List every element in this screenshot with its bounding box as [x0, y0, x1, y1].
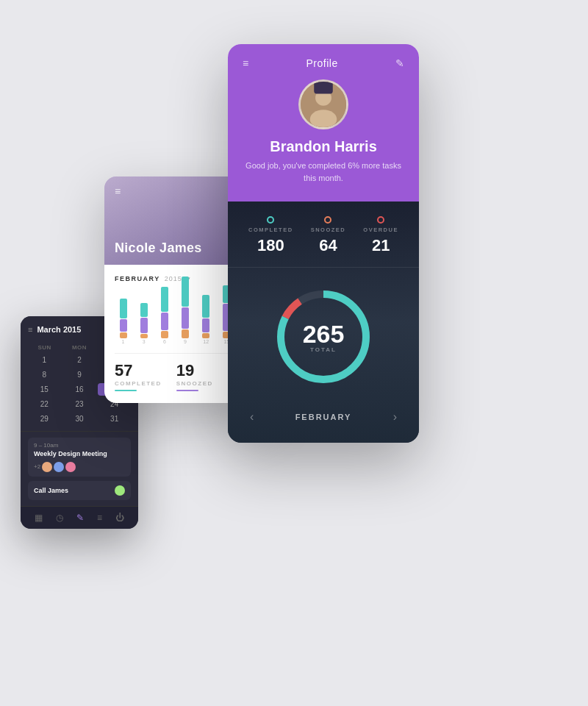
cal-day-31[interactable]: 31: [98, 413, 131, 425]
prev-month-button[interactable]: ‹: [250, 410, 254, 424]
pstat-snoozed: SNOOZED 64: [311, 216, 346, 255]
chart-hero-menu-icon[interactable]: ≡: [115, 185, 121, 197]
pstat-value: 21: [363, 236, 398, 255]
stat-value: 19: [176, 363, 213, 379]
profile-header-nav: ≡ Profile ✎: [243, 57, 404, 69]
pstat-overdue: OVERDUE 21: [363, 216, 398, 255]
bar-group-9: 9: [176, 277, 193, 344]
bottombar-grid-icon[interactable]: ▦: [35, 513, 43, 523]
profile-avatar: [298, 79, 348, 129]
cal-day-16[interactable]: 16: [63, 383, 96, 396]
avatar-3: [65, 462, 76, 472]
stat-bar: [176, 390, 198, 391]
bar-group-12: 12: [198, 295, 215, 344]
pstat-completed: COMPLETED 180: [248, 216, 293, 255]
pstat-value: 64: [311, 236, 346, 255]
dow-sun: SUN: [28, 344, 61, 351]
pstat-label: COMPLETED: [248, 227, 293, 233]
pstat-dot: [324, 216, 331, 224]
cal-day-22[interactable]: 22: [28, 398, 61, 410]
cal-day-9[interactable]: 9: [63, 368, 96, 381]
chart-hero-name: Nicole James: [115, 240, 202, 256]
cal-day-2[interactable]: 2: [63, 354, 96, 366]
avatar-2: [54, 462, 64, 472]
cal-day-1[interactable]: 1: [28, 354, 61, 366]
stat-label: COMPLETED: [115, 380, 162, 387]
cal-day-30[interactable]: 30: [63, 413, 96, 425]
bar-group-3: 3: [135, 303, 152, 344]
event-2-title: Call James: [34, 487, 68, 494]
avatar-1: [42, 462, 52, 472]
calendar-menu-icon[interactable]: ≡: [28, 325, 32, 334]
pstat-label: OVERDUE: [363, 227, 398, 233]
next-month-button[interactable]: ›: [393, 410, 397, 424]
profile-subtitle: Good job, you've completed 6% more tasks…: [243, 160, 404, 184]
dow-mon: MON: [62, 344, 96, 351]
current-month-label: FEBRUARY: [295, 413, 352, 421]
ring-total-label: TOTAL: [310, 346, 337, 353]
bottombar-list-icon[interactable]: ≡: [97, 513, 102, 523]
profile-menu-icon[interactable]: ≡: [243, 57, 248, 69]
event-1-avatars: +2: [34, 462, 125, 472]
stat-bar: [115, 390, 137, 391]
profile-header: ≡ Profile ✎ Brandon Harris Good job, you…: [228, 44, 419, 202]
profile-card: ≡ Profile ✎ Brandon Harris Good job, you…: [228, 44, 419, 443]
event-1-title: Weekly Design Meeting: [34, 450, 125, 459]
event-item-1[interactable]: 9 – 10am Weekly Design Meeting +2: [28, 438, 131, 477]
cal-day-15[interactable]: 15: [28, 383, 61, 396]
event-1-time: 9 – 10am: [34, 442, 125, 449]
profile-ring-section: 265 TOTAL ‹ FEBRUARY ›: [228, 268, 419, 443]
stat-snoozed: 19 SNOOZED: [176, 363, 213, 391]
ring-total-value: 265: [303, 321, 345, 346]
bar-group-1: 1: [115, 299, 132, 344]
profile-month-nav: ‹ FEBRUARY ›: [243, 403, 404, 428]
profile-edit-icon[interactable]: ✎: [395, 57, 404, 69]
cal-day-23[interactable]: 23: [63, 398, 96, 410]
cal-day-8[interactable]: 8: [28, 368, 61, 381]
bottombar-power-icon[interactable]: ⏻: [115, 513, 124, 523]
pstat-dot: [377, 216, 384, 224]
ring-container: 265 TOTAL: [272, 285, 375, 388]
ring-center: 265 TOTAL: [272, 285, 375, 388]
chart-period-label: FEBRUARY: [115, 275, 160, 282]
bottombar-clock-icon[interactable]: ◷: [56, 513, 63, 523]
bar-group-6: 6: [156, 287, 173, 344]
profile-name: Brandon Harris: [243, 138, 404, 155]
pstat-dot: [267, 216, 274, 224]
stat-value: 57: [115, 363, 162, 379]
event-item-2[interactable]: Call James: [28, 481, 131, 500]
bottombar-edit-icon[interactable]: ✎: [76, 513, 84, 523]
calendar-title: March 2015: [37, 325, 81, 334]
profile-title: Profile: [306, 57, 337, 69]
calendar-events: 9 – 10am Weekly Design Meeting +2 Call J…: [21, 431, 138, 506]
pstat-label: SNOOZED: [311, 227, 346, 233]
pstat-value: 180: [248, 236, 293, 255]
profile-dark-section: COMPLETED 180 SNOOZED 64 OVERDUE 21 265: [228, 202, 419, 443]
calendar-bottombar: ▦ ◷ ✎ ≡ ⏻: [21, 506, 138, 529]
avatar-4: [115, 485, 125, 496]
stat-completed: 57 COMPLETED: [115, 363, 162, 391]
svg-rect-3: [314, 82, 333, 93]
stat-label: SNOOZED: [176, 380, 213, 387]
cal-day-29[interactable]: 29: [28, 413, 61, 425]
profile-stats: COMPLETED 180 SNOOZED 64 OVERDUE 21: [228, 202, 419, 268]
avatar-count: +2: [34, 463, 40, 470]
